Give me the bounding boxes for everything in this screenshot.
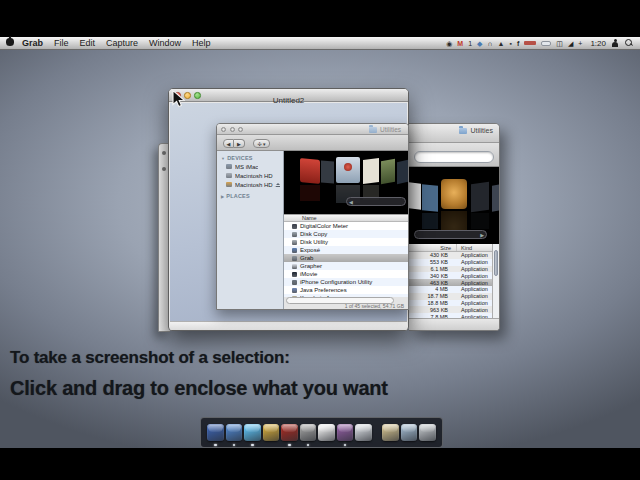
- menu-file[interactable]: File: [54, 38, 69, 48]
- recording-indicator[interactable]: [524, 41, 536, 45]
- dock-app-star-icon[interactable]: [263, 424, 280, 441]
- disclosure-triangle-icon[interactable]: ▼: [221, 156, 225, 161]
- back-file-row[interactable]: 6.1 MBApplication: [409, 266, 492, 273]
- finder-window-utilities[interactable]: Utilities ◀ ▶ ✣ ▾ ▼ DEVICES MS iMacMacin…: [216, 123, 409, 310]
- file-kind-value: Application: [453, 252, 492, 258]
- coverflow-scrollbar[interactable]: ▶: [414, 230, 487, 239]
- zoom-button[interactable]: [194, 92, 201, 99]
- icon-gloss: [245, 425, 260, 432]
- file-row-exposé[interactable]: Exposé: [284, 246, 408, 254]
- coverflow-item-detail: [344, 163, 352, 171]
- back-coverflow[interactable]: ▶: [409, 167, 499, 244]
- dock-app-package-icon[interactable]: [355, 424, 372, 441]
- search-field[interactable]: [414, 151, 494, 163]
- script-menu-icon[interactable]: ▪: [509, 40, 511, 47]
- sidebar-item-ms-imac[interactable]: MS iMac: [217, 162, 283, 171]
- column-header-size[interactable]: Size: [409, 244, 457, 251]
- vertical-scrollbar[interactable]: [492, 244, 499, 318]
- apple-menu[interactable]: [6, 38, 18, 48]
- file-row-disk-utility[interactable]: Disk Utility: [284, 238, 408, 246]
- file-name-label: Exposé: [300, 247, 320, 253]
- dock-app-globe-icon[interactable]: [226, 424, 243, 441]
- dock-trash-icon[interactable]: [419, 424, 436, 441]
- file-row-disk-copy[interactable]: Disk Copy: [284, 230, 408, 238]
- video-frame: GrabFileEditCaptureWindowHelp ◉M1◆∩▲▪f◫◢…: [0, 0, 640, 480]
- file-row-iphone-configuration-utility[interactable]: iPhone Configuration Utility: [284, 278, 408, 286]
- back-file-list: 430 KBApplication553 KBApplication6.1 MB…: [409, 252, 492, 320]
- sidebar-places-header[interactable]: ▶ PLACES: [217, 189, 283, 200]
- minimize-button-inactive: [230, 127, 235, 132]
- back-file-row[interactable]: 340 KBApplication: [409, 272, 492, 279]
- disclosure-triangle-icon[interactable]: ▶: [221, 194, 224, 199]
- sync-menu-icon[interactable]: +: [578, 40, 582, 47]
- dock-app-textedit-icon[interactable]: [318, 424, 335, 441]
- forward-button[interactable]: ▶: [234, 139, 245, 148]
- file-list: DigitalColor MeterDisk CopyDisk UtilityE…: [284, 222, 408, 297]
- user-menu-icon[interactable]: [611, 39, 619, 48]
- dock-app-twitter-icon[interactable]: [244, 424, 261, 441]
- sidebar-devices-header[interactable]: ▼ DEVICES: [217, 151, 283, 162]
- sidebar-item-macintosh-hd[interactable]: Macintosh HD: [217, 171, 283, 180]
- grab-window-bottom-bar: [170, 321, 407, 330]
- finder-window-background[interactable]: Utilities ▶ Size Kind 430 KBApplication5…: [409, 123, 500, 331]
- menu-capture[interactable]: Capture: [106, 38, 138, 48]
- menu-edit[interactable]: Edit: [80, 38, 96, 48]
- column-header-name[interactable]: Name: [284, 214, 408, 222]
- file-size-value: 6.1 MB: [409, 266, 453, 272]
- back-button[interactable]: ◀: [223, 139, 234, 148]
- cloud-menu-icon[interactable]: ▲: [498, 40, 505, 47]
- dock-app-blue-grid-icon[interactable]: [207, 424, 224, 441]
- back-file-row[interactable]: 18.7 MBApplication: [409, 293, 492, 300]
- file-row-grab[interactable]: Grab: [284, 254, 408, 262]
- file-kind-value: Application: [453, 307, 492, 313]
- dock-folder-downloads-icon[interactable]: [401, 424, 418, 441]
- dock-app-purple-display-icon[interactable]: [337, 424, 354, 441]
- finder-titlebar[interactable]: Utilities: [217, 124, 408, 135]
- file-row-digitalcolor-meter[interactable]: DigitalColor Meter: [284, 222, 408, 230]
- action-menu-button[interactable]: ✣ ▾: [253, 139, 270, 148]
- volume-menu-icon[interactable]: ◢: [568, 40, 573, 47]
- blue-app-menu-icon[interactable]: ◆: [477, 40, 482, 47]
- grab-window-titlebar[interactable]: Untitled2: [169, 89, 408, 102]
- facebook-menu-icon[interactable]: f: [517, 40, 519, 47]
- back-file-row[interactable]: 430 KBApplication: [409, 252, 492, 259]
- back-window-titlebar[interactable]: Utilities: [409, 124, 499, 143]
- menu-bar-clock[interactable]: 1:20: [590, 39, 606, 48]
- dock-app-prefs-gear-icon[interactable]: [300, 424, 317, 441]
- back-file-row[interactable]: 553 KBApplication: [409, 259, 492, 266]
- coverflow-item-icon: [441, 179, 467, 209]
- running-indicator: [233, 444, 236, 447]
- file-icon: [292, 288, 297, 293]
- eject-icon[interactable]: [275, 183, 280, 187]
- file-row-grapher[interactable]: Grapher: [284, 262, 408, 270]
- spotlight-icon[interactable]: [625, 39, 634, 48]
- menu-grab[interactable]: Grab: [22, 38, 43, 48]
- file-name-label: Grab: [300, 255, 313, 261]
- scroll-arrow-right-icon[interactable]: ▶: [480, 232, 484, 238]
- sidebar-item-macintosh-hd-clone[interactable]: Macintosh HD Clone: [217, 180, 283, 189]
- coverflow-scrollbar[interactable]: ◀: [346, 197, 406, 206]
- dock-app-red-book-icon[interactable]: [281, 424, 298, 441]
- headphones-menu-icon[interactable]: ∩: [487, 40, 492, 47]
- dock-folder-documents-icon[interactable]: [382, 424, 399, 441]
- file-name-label: DigitalColor Meter: [300, 223, 348, 229]
- unread-count-badge[interactable]: 1: [468, 40, 472, 47]
- icon-gloss: [383, 425, 398, 432]
- file-row-imovie[interactable]: iMovie: [284, 270, 408, 278]
- coverflow-view[interactable]: ◀: [284, 151, 408, 214]
- display-menu-icon[interactable]: ◫: [556, 40, 563, 47]
- coverflow-item-icon: [422, 184, 438, 212]
- file-row-java-preferences[interactable]: Java Preferences: [284, 286, 408, 294]
- back-file-row[interactable]: 4 MBApplication: [409, 286, 492, 293]
- scroll-arrow-left-icon[interactable]: ◀: [349, 199, 353, 205]
- gmail-notifier-icon[interactable]: M: [457, 40, 463, 47]
- back-file-row[interactable]: 963 KBApplication: [409, 306, 492, 313]
- scrollbar-thumb[interactable]: [494, 250, 498, 276]
- back-file-row[interactable]: 18.8 MBApplication: [409, 300, 492, 307]
- back-file-row[interactable]: 463 KBApplication: [409, 279, 492, 286]
- menu-window[interactable]: Window: [149, 38, 181, 48]
- battery-indicator[interactable]: [541, 41, 551, 46]
- camera-menu-icon[interactable]: ◉: [446, 40, 452, 47]
- running-indicator: [288, 444, 291, 447]
- menu-help[interactable]: Help: [192, 38, 211, 48]
